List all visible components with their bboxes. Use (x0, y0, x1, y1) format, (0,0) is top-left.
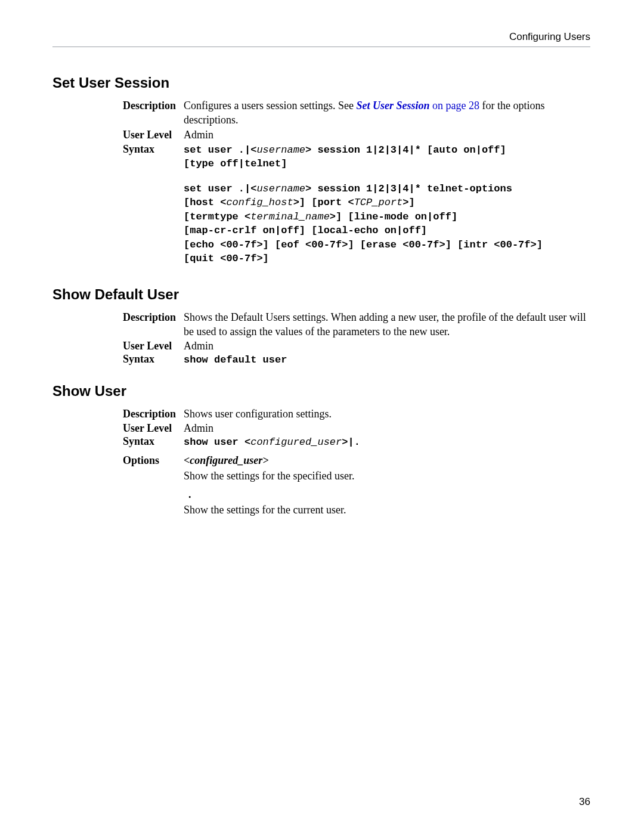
page-number: 36 (579, 796, 590, 808)
row-syntax: Syntax show default user (123, 353, 590, 367)
value-user-level: Admin (184, 128, 590, 142)
value-description: Configures a users session settings. See… (184, 98, 590, 128)
label-syntax: Syntax (123, 143, 184, 156)
value-user-level: Admin (184, 339, 590, 353)
value-description: Shows the Default Users settings. When a… (184, 310, 590, 339)
s2l3a: [termtype < (184, 211, 250, 222)
link-set-user-session[interactable]: Set User Session (356, 100, 429, 112)
s2l2b: config_host (226, 197, 293, 208)
label-description: Description (123, 100, 184, 112)
s2l2d: TCP_port (354, 197, 403, 208)
row-syntax: Syntax set user .|<username> session 1|2… (123, 142, 590, 266)
label-user-level: User Level (123, 422, 184, 435)
label-user-level: User Level (123, 340, 184, 352)
label-options: Options (123, 454, 184, 467)
syntax-block-1: set user .|<username> session 1|2|3|4|* … (184, 143, 590, 171)
label-user-level: User Level (123, 129, 184, 141)
s2l3b: terminal_name (250, 211, 330, 222)
s2l2c: >] [port < (293, 197, 354, 208)
heading-show-user: Show User (52, 383, 590, 400)
option-term-configured-user: <configured_user> (184, 453, 590, 467)
option-term-dot: . (184, 487, 590, 501)
su-a: show user < (184, 436, 250, 448)
entry-set-user-session: Description Configures a users session s… (123, 98, 590, 266)
header-rule (52, 47, 590, 47)
row-description: Description Configures a users session s… (123, 98, 590, 128)
entry-show-default-user: Description Shows the Default Users sett… (123, 310, 590, 367)
value-syntax: show default user (184, 353, 590, 367)
heading-show-default-user: Show Default User (52, 286, 590, 303)
option-desc-configured-user: Show the settings for the specified user… (184, 469, 590, 483)
s2l4: [map-cr-crlf on|off] [local-echo on|off] (184, 224, 590, 237)
su-c: >|. (342, 436, 360, 448)
s1a: set user .|< (184, 144, 256, 156)
syntax-block-2: set user .|<username> session 1|2|3|4|* … (184, 182, 590, 266)
heading-set-user-session: Set User Session (52, 75, 590, 91)
value-description: Shows user configuration settings. (184, 407, 590, 421)
label-syntax: Syntax (123, 435, 184, 448)
row-description: Description Shows user configuration set… (123, 407, 590, 421)
s1b: username (256, 144, 305, 156)
s1l2: [type off|telnet] (184, 157, 590, 171)
row-user-level: User Level Admin (123, 339, 590, 353)
desc-pre: Configures a users session settings. See (184, 100, 356, 112)
row-options: Options <configured_user> Show the setti… (123, 453, 590, 517)
s1c: > session 1|2|3|4|* [auto on|off] (305, 144, 506, 156)
value-syntax: show user <configured_user>|. (184, 435, 590, 449)
entry-show-user: Description Shows user configuration set… (123, 407, 590, 517)
value-options: <configured_user> Show the settings for … (184, 453, 590, 517)
s2a: set user .|< (184, 183, 256, 194)
value-user-level: Admin (184, 421, 590, 435)
s2b: username (256, 183, 305, 194)
label-syntax: Syntax (123, 353, 184, 366)
s2l3c: >] [line-mode on|off] (330, 211, 457, 222)
su-b: configured_user (250, 436, 342, 448)
s2l2a: [host < (184, 197, 226, 208)
option-desc-dot: Show the settings for the current user. (184, 503, 590, 517)
link-set-user-session-page[interactable]: on page 28 (430, 100, 479, 112)
s2l2e: >] (402, 197, 414, 208)
page-container: Configuring Users Set User Session Descr… (0, 0, 644, 833)
label-description: Description (123, 311, 184, 324)
s2c: > session 1|2|3|4|* telnet-options (305, 183, 512, 194)
row-user-level: User Level Admin (123, 421, 590, 435)
row-syntax: Syntax show user <configured_user>|. (123, 435, 590, 449)
s2l5: [echo <00-7f>] [eof <00-7f>] [erase <00-… (184, 238, 590, 252)
running-header: Configuring Users (52, 31, 590, 43)
row-user-level: User Level Admin (123, 128, 590, 142)
label-description: Description (123, 408, 184, 420)
s2l6: [quit <00-7f>] (184, 252, 590, 265)
value-syntax: set user .|<username> session 1|2|3|4|* … (184, 142, 590, 266)
row-description: Description Shows the Default Users sett… (123, 310, 590, 339)
